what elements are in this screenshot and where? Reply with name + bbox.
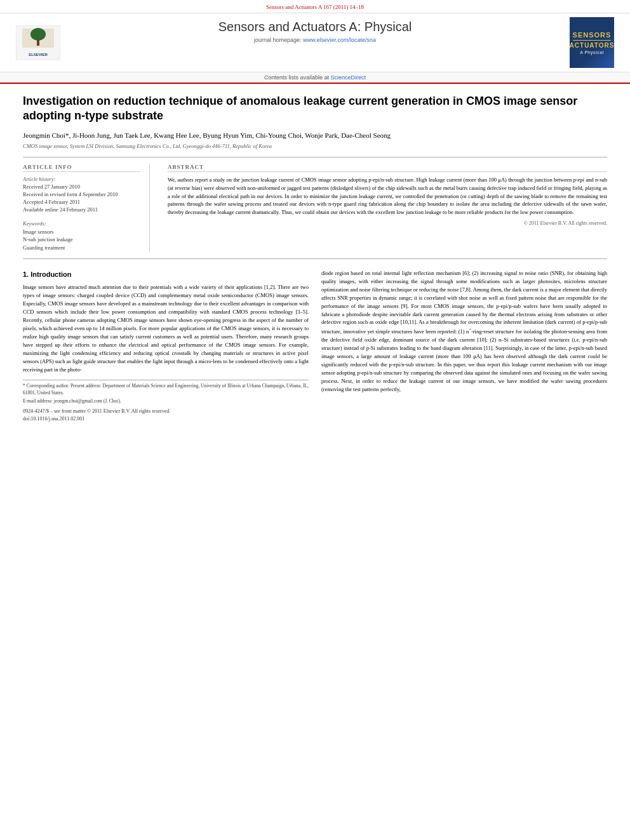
journal-homepage: journal homepage: www.elsevier.com/locat… xyxy=(70,37,560,43)
sensors-logo-subtitle: A Physical xyxy=(580,50,604,55)
keyword-2: N-sub junction leakage xyxy=(23,236,140,244)
revised-date: Received in revised form 4 September 201… xyxy=(23,191,140,199)
svg-rect-3 xyxy=(37,39,39,46)
sensors-logo-container: SENSORS ACTUATORS A Physical xyxy=(566,17,617,68)
col-right-text: diode region based on total internal lig… xyxy=(321,269,607,393)
two-column-body: 1. Introduction Image sensors have attra… xyxy=(23,269,607,423)
paper-body: Investigation on reduction technique of … xyxy=(0,84,630,436)
col-right: diode region based on total internal lig… xyxy=(321,269,607,423)
contents-label: Contents lists available at xyxy=(264,74,329,81)
journal-top-bar: Sensors and Actuators A 167 (2011) 14–18 xyxy=(0,3,630,13)
history-label: Article history: xyxy=(23,176,140,182)
sensors-actuators-logo: SENSORS ACTUATORS A Physical xyxy=(570,17,614,68)
abstract-text: We, authors report a study on the juncti… xyxy=(168,176,607,217)
col-left-text: Image sensors have attracted much attent… xyxy=(23,283,309,373)
authors-text: Jeongmin Choi*, Ji-Hoon Jung, Jun Taek L… xyxy=(23,131,391,139)
sensors-logo-text2: ACTUATORS xyxy=(570,42,614,49)
footnote-area: * Corresponding author. Present address:… xyxy=(23,380,309,405)
sciencedirect-link[interactable]: ScienceDirect xyxy=(331,74,366,81)
svg-point-2 xyxy=(30,28,46,41)
article-info-label: ARTICLE INFO xyxy=(23,164,140,172)
contents-line: Contents lists available at ScienceDirec… xyxy=(0,72,630,83)
authors: Jeongmin Choi*, Ji-Hoon Jung, Jun Taek L… xyxy=(23,130,607,141)
copyright-line: © 2011 Elsevier B.V. All rights reserved… xyxy=(168,220,607,226)
article-title: Investigation on reduction technique of … xyxy=(23,94,607,124)
svg-text:ELSEVIER: ELSEVIER xyxy=(29,53,48,57)
abstract-label: ABSTRACT xyxy=(168,164,607,172)
col-right-para-1: diode region based on total internal lig… xyxy=(321,269,607,393)
corresponding-author-note: * Corresponding author. Present address:… xyxy=(23,383,309,396)
keyword-1: Image sensors xyxy=(23,228,140,236)
homepage-label: journal homepage: xyxy=(254,37,302,43)
intro-heading: 1. Introduction xyxy=(23,269,309,280)
sensors-logo-text1: SENSORS xyxy=(573,31,612,39)
doi-area: 0924-4247/$ – see front matter © 2011 El… xyxy=(23,408,309,423)
doi-line: doi:10.1016/j.sna.2011.02.001 xyxy=(23,415,309,423)
journal-header: Sensors and Actuators A 167 (2011) 14–18… xyxy=(0,0,630,84)
keyword-3: Guarding treatment xyxy=(23,244,140,252)
col-left: 1. Introduction Image sensors have attra… xyxy=(23,269,309,423)
journal-meta-row: ELSEVIER Sensors and Actuators A: Physic… xyxy=(0,13,630,72)
abstract-section: ABSTRACT We, authors report a study on t… xyxy=(163,164,607,252)
keywords-label: Keywords: xyxy=(23,220,140,227)
affiliation: CMOS image sensor, System LSI Division, … xyxy=(23,143,607,150)
accepted-date: Accepted 4 February 2011 xyxy=(23,199,140,206)
col-left-para-1: Image sensors have attracted much attent… xyxy=(23,283,309,373)
issn-line: 0924-4247/$ – see front matter © 2011 El… xyxy=(23,408,309,415)
email-note: E-mail address: jeongm.choi@gmail.com (J… xyxy=(23,398,309,405)
article-info: ARTICLE INFO Article history: Received 2… xyxy=(23,164,150,252)
keywords-section: Keywords: Image sensors N-sub junction l… xyxy=(23,220,140,252)
journal-name: Sensors and Actuators A: Physical xyxy=(70,20,560,34)
available-date: Available online 24 February 2011 xyxy=(23,206,140,214)
info-abstract-row: ARTICLE INFO Article history: Received 2… xyxy=(23,157,607,259)
journal-title-center: Sensors and Actuators A: Physical journa… xyxy=(64,17,566,68)
homepage-link[interactable]: www.elsevier.com/locate/sna xyxy=(303,37,376,43)
elsevier-logo-svg: ELSEVIER xyxy=(16,25,60,60)
received-date: Received 27 January 2010 xyxy=(23,183,140,191)
elsevier-logo-container: ELSEVIER xyxy=(13,17,64,68)
journal-citation: Sensors and Actuators A 167 (2011) 14–18 xyxy=(266,4,364,10)
